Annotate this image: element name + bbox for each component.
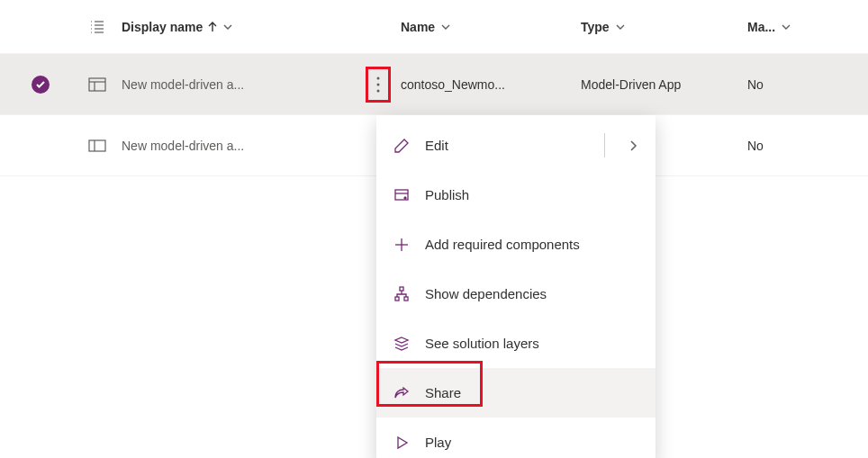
column-header-type-label: Type (581, 20, 610, 34)
menu-item-label: Edit (425, 138, 448, 153)
row-managed: No (747, 139, 859, 153)
svg-rect-25 (404, 297, 408, 301)
more-vertical-icon (376, 76, 380, 93)
column-header-display-name-label: Display name (122, 20, 203, 34)
column-chooser-icon[interactable] (72, 19, 122, 35)
chevron-down-icon (222, 22, 233, 32)
menu-item-show-dependencies[interactable]: Show dependencies (376, 269, 656, 319)
chevron-down-icon (781, 22, 791, 32)
row-type: Model-Driven App (581, 77, 747, 92)
row-name: contoso_Newmo... (401, 77, 581, 92)
menu-item-label: Show dependencies (425, 286, 547, 301)
row-display-name-cell[interactable]: New model-driven a... (122, 139, 356, 153)
share-icon (393, 384, 411, 402)
row-managed: No (747, 77, 859, 92)
pencil-icon (393, 137, 411, 155)
menu-item-add-required[interactable]: Add required components (376, 220, 656, 269)
menu-item-label: Share (425, 385, 461, 400)
row-display-name-cell[interactable]: New model-driven a... (122, 77, 356, 92)
layers-icon (393, 335, 411, 353)
column-header-type[interactable]: Type (581, 20, 747, 34)
svg-rect-24 (395, 297, 399, 301)
svg-rect-14 (89, 140, 105, 151)
column-header-display-name[interactable]: Display name (122, 20, 356, 34)
sort-asc-icon (208, 22, 217, 32)
column-header-name[interactable]: Name (401, 20, 581, 34)
chevron-right-icon[interactable] (628, 139, 637, 152)
publish-icon (393, 186, 411, 204)
menu-item-label: Publish (425, 187, 469, 202)
table-header-row: Display name Name Type Ma... (0, 0, 868, 54)
svg-rect-23 (400, 287, 403, 291)
hierarchy-icon (393, 285, 411, 303)
column-header-managed[interactable]: Ma... (747, 20, 859, 34)
play-icon (393, 434, 411, 452)
row-display-name: New model-driven a... (122, 77, 244, 92)
plus-icon (393, 236, 411, 254)
menu-item-publish[interactable]: Publish (376, 170, 656, 220)
row-display-name: New model-driven a... (122, 139, 244, 153)
row-type-icon (72, 77, 122, 92)
menu-item-play[interactable]: Play (376, 418, 656, 458)
context-menu: Edit Publish Add required components Sho… (376, 115, 656, 458)
chevron-down-icon (440, 22, 451, 32)
menu-item-edit[interactable]: Edit (376, 121, 656, 170)
column-header-managed-label: Ma... (747, 20, 775, 34)
row-type-icon (72, 139, 122, 152)
menu-item-see-layers[interactable]: See solution layers (376, 319, 656, 368)
svg-point-12 (377, 83, 380, 85)
more-actions-button[interactable] (366, 67, 391, 103)
menu-item-label: Add required components (425, 237, 580, 252)
table-row[interactable]: New model-driven a... contoso_Newmo... M… (0, 54, 868, 115)
svg-rect-8 (89, 78, 105, 91)
column-header-name-label: Name (401, 20, 435, 34)
chevron-down-icon (615, 22, 626, 32)
menu-item-share[interactable]: Share (376, 368, 656, 418)
menu-item-label: Play (425, 435, 451, 450)
svg-point-13 (377, 89, 380, 92)
checkmark-circle-icon (32, 76, 50, 94)
svg-point-11 (377, 76, 380, 79)
menu-item-label: See solution layers (425, 336, 539, 351)
menu-separator (604, 133, 605, 157)
row-select-cell[interactable] (9, 76, 72, 94)
